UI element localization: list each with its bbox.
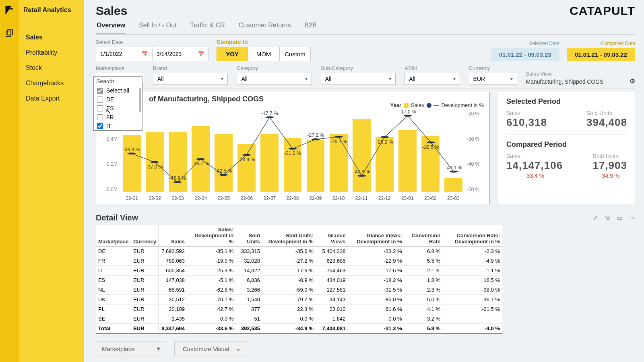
marketplace-option-es[interactable]: ES: [94, 104, 142, 113]
tab-b-b[interactable]: B2B: [304, 19, 318, 34]
kpi-panel: Selected Period Sales 610,318 Sold Units…: [498, 92, 635, 204]
line-data-label: -27.2 %: [308, 132, 324, 138]
tab-traffic-cr[interactable]: Traffic & CR: [190, 19, 226, 34]
svg-point-13: [381, 136, 389, 138]
copy-icon[interactable]: [4, 27, 15, 39]
kpi-selected-sales: 610,318: [506, 116, 547, 129]
line-data-label: -26.2 %: [376, 139, 393, 145]
marketplace-dropdown[interactable]: Search Select allDEESFRIT: [93, 76, 142, 131]
svg-point-9: [289, 148, 297, 150]
col-header[interactable]: Glance Views: Development in %: [348, 225, 404, 247]
x-tick: 23-01: [401, 195, 414, 201]
col-header[interactable]: Sold Units: [236, 225, 262, 247]
tab-sell-in-out[interactable]: Sell In / - Out: [138, 19, 177, 34]
chart-legend: Year Sales — Development in %: [390, 102, 484, 108]
marketplace-option-it[interactable]: IT: [94, 121, 142, 130]
sidebar-item-profitability[interactable]: Profitability: [23, 45, 80, 60]
sidebar-item-sales[interactable]: Sales: [23, 30, 80, 45]
drill-down-icon[interactable]: ⇲: [605, 215, 610, 221]
col-header[interactable]: Glance Views: [316, 225, 348, 247]
svg-point-3: [151, 161, 159, 163]
date-to-input[interactable]: 3/14/2023📅: [152, 47, 208, 61]
footer-marketplace-select[interactable]: Marketplace▾: [96, 341, 166, 356]
currency-select[interactable]: EUR: [469, 73, 517, 85]
x-tick: 22-01: [126, 195, 138, 201]
brand-label: Brand: [153, 65, 228, 71]
col-header[interactable]: Sales: [159, 225, 187, 247]
x-tick: 22-08: [287, 195, 299, 201]
sidebar-item-data-export[interactable]: Data Export: [23, 91, 80, 106]
col-header[interactable]: Conversion Rate: [405, 225, 443, 247]
page-title: Sales: [96, 4, 127, 18]
tab-customer-returns[interactable]: Customer Returns: [238, 19, 292, 34]
company-logo: CATAPULT: [570, 4, 635, 18]
svg-point-7: [242, 154, 251, 156]
line-data-label: -33.3 %: [123, 147, 140, 152]
marketplace-option-select-all[interactable]: Select all: [94, 86, 142, 95]
compare-yoy-button[interactable]: YOY: [217, 47, 248, 61]
sidebar-nav: SalesProfitabilityStockChargebacksData E…: [23, 30, 80, 106]
selected-date-pill: 01.01.22 - 09.03.23: [491, 48, 559, 61]
svg-point-2: [127, 152, 136, 154]
x-tick: 22-05: [217, 195, 230, 201]
svg-point-11: [334, 136, 343, 138]
table-row[interactable]: UKEUR30,512-70.7 %1,540-79.7 %34,143-85.…: [96, 295, 502, 304]
asin-label: ASIN: [405, 65, 460, 71]
sidebar-item-stock[interactable]: Stock: [23, 60, 80, 76]
category-select[interactable]: All: [237, 73, 312, 85]
svg-point-6: [219, 174, 228, 176]
drill-up-icon[interactable]: ⤢: [593, 215, 598, 221]
col-header[interactable]: Sales: Development in %: [187, 225, 236, 247]
col-header[interactable]: Conversion Rate: Development in %: [443, 225, 502, 247]
sliders-icon: ≡: [237, 346, 240, 352]
svg-rect-0: [8, 29, 12, 35]
kpi-compared-units: 17,903: [592, 159, 627, 172]
table-row[interactable]: FREUR789,063-19.0 %32,028-27.2 %623,685-…: [96, 256, 502, 266]
marketplace-option-de[interactable]: DE: [94, 95, 142, 104]
brand-select[interactable]: All: [153, 73, 228, 85]
compare-custom-button[interactable]: Custom: [279, 47, 311, 61]
marketplace-option-fr[interactable]: FR: [94, 113, 142, 121]
focus-icon[interactable]: ▭: [617, 215, 622, 221]
col-header[interactable]: Marketplace: [96, 225, 131, 247]
svg-point-10: [312, 138, 320, 140]
dropdown-search[interactable]: Search: [94, 77, 142, 86]
table-row[interactable]: NLEUR65,591-62.8 %3,266-59.0 %127,581-31…: [96, 285, 502, 295]
sidebar: Retail Analytics SalesProfitabilityStock…: [19, 0, 84, 362]
currency-label: Currency: [469, 65, 517, 71]
salesview-value: Manufacturing, Shipped COGS: [526, 78, 621, 85]
x-tick: 22-07: [264, 195, 276, 201]
table-row[interactable]: DEEUR7,693,592-35.1 %333,315-35.6 %5,404…: [96, 247, 502, 256]
x-tick: 22-10: [332, 195, 345, 201]
subcategory-label: Sub-Category: [321, 65, 396, 71]
legend-dev-swatch: [427, 103, 431, 108]
customize-visual-button[interactable]: Customize Visual≡: [174, 341, 248, 356]
x-tick: 23-03: [447, 195, 460, 201]
date-from-input[interactable]: 1/1/2022📅: [96, 47, 152, 61]
subcategory-select[interactable]: All: [321, 73, 396, 85]
x-tick: 22-06: [240, 195, 253, 201]
compare-mom-button[interactable]: MOM: [248, 47, 279, 61]
detail-table: MarketplaceCurrencySalesSales: Developme…: [96, 225, 502, 334]
table-row[interactable]: PLEUR20,10942.7 %87722.3 %23,01061.6 %4.…: [96, 304, 502, 314]
col-header[interactable]: Sold Units: Development in %: [262, 225, 316, 247]
filter-settings-icon[interactable]: ⚙: [630, 77, 635, 85]
kpi-units-delta: -34.9 %: [592, 173, 627, 179]
more-icon[interactable]: ⋯: [630, 215, 635, 221]
table-row[interactable]: ESEUR147,038-5.1 %6,836-8.9 %434,019-18.…: [96, 276, 502, 285]
selected-date-caption: Selected Date: [491, 41, 559, 46]
line-data-label: -28.5 %: [423, 144, 439, 150]
table-row[interactable]: SEEUR1,4350.0 %510.0 %1,8420.0 %3.2 %: [96, 314, 502, 324]
dropdown-scrollbar[interactable]: [139, 88, 141, 112]
col-header[interactable]: Currency: [131, 225, 159, 247]
line-data-label: -45.6 %: [169, 175, 186, 181]
asin-select[interactable]: All: [405, 73, 460, 85]
select-date-label: Select Date: [96, 39, 208, 45]
sidebar-item-chargebacks[interactable]: Chargebacks: [23, 76, 80, 91]
line-data-label: -35.7 %: [192, 161, 209, 167]
date-row: Select Date 1/1/2022📅 3/14/2023📅 Compare…: [96, 39, 635, 61]
tab-overview[interactable]: Overview: [96, 19, 126, 34]
x-tick: 23-02: [424, 195, 437, 201]
table-row[interactable]: ITEUR600,354-25.3 %14,622-17.6 %754,463-…: [96, 266, 502, 276]
x-tick: 22-09: [310, 195, 322, 201]
